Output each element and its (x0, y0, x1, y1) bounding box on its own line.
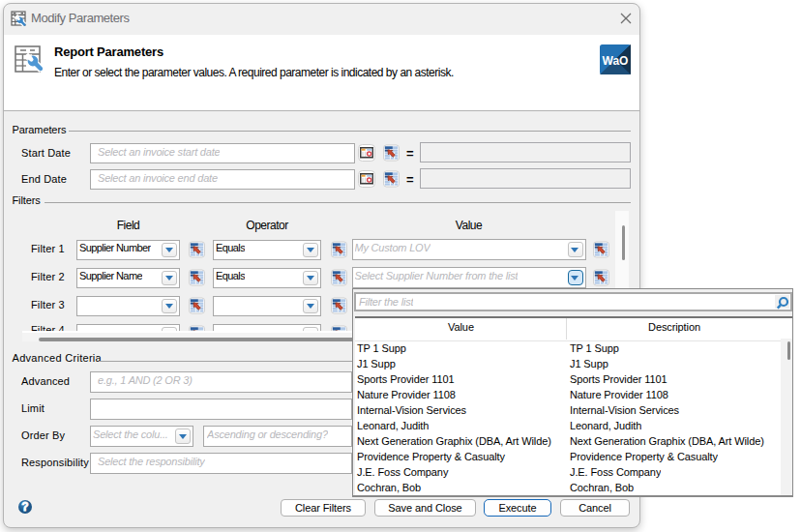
svg-text:?: ? (21, 500, 28, 514)
svg-text:WaO: WaO (603, 54, 629, 68)
